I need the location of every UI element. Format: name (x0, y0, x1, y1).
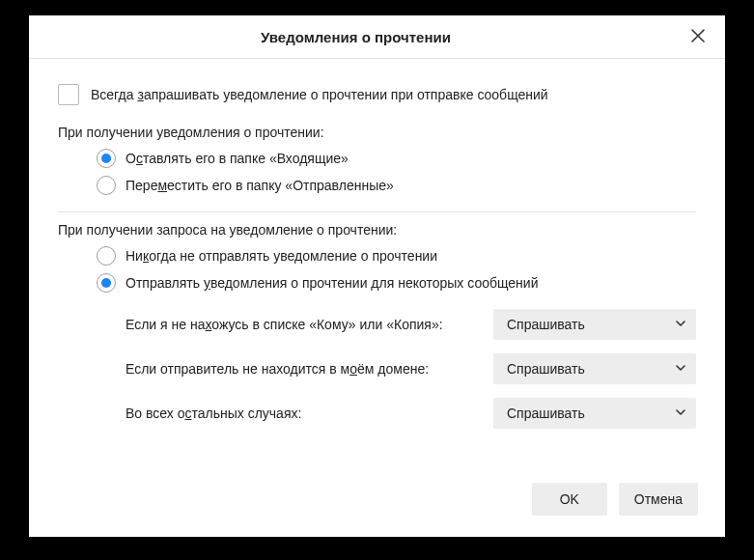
move-to-sent-radio[interactable] (97, 176, 116, 195)
if-sender-not-in-domain-label: Если отправитель не находится в моём дом… (126, 361, 493, 377)
if-not-in-to-cc-dropdown[interactable]: Спрашивать (493, 309, 696, 340)
if-sender-not-in-domain-dropdown[interactable]: Спрашивать (493, 353, 696, 384)
dialog-content: Всегда запрашивать уведомление о прочтен… (29, 59, 725, 465)
dialog-title: Уведомления о прочтении (29, 29, 683, 45)
on-receipt-request-heading: При получении запроса на уведомление о п… (58, 222, 696, 238)
never-send-label: Никогда не отправлять уведомление о проч… (126, 248, 437, 264)
dialog-footer: OK Отмена (29, 465, 725, 537)
all-other-cases-dropdown[interactable]: Спрашивать (493, 398, 696, 429)
send-some-label: Отправлять уведомления о прочтении для н… (126, 275, 539, 291)
never-send-radio[interactable] (97, 246, 116, 266)
ok-button[interactable]: OK (532, 483, 607, 516)
always-request-label: Всегда запрашивать уведомление о прочтен… (91, 87, 548, 102)
if-sender-not-in-domain-value: Спрашивать (507, 361, 585, 377)
conditional-options-grid: Если я не нахожусь в списке «Кому» или «… (58, 309, 696, 429)
close-icon (691, 29, 705, 45)
move-to-sent-label: Переместить его в папку «Отправленные» (126, 178, 394, 193)
if-not-in-to-cc-label: Если я не нахожусь в списке «Кому» или «… (126, 317, 493, 332)
always-request-checkbox[interactable] (58, 84, 79, 105)
leave-in-inbox-radio[interactable] (97, 149, 116, 168)
on-receipt-notification-heading: При получении уведомления о прочтении: (58, 125, 696, 140)
if-not-in-to-cc-value: Спрашивать (507, 317, 585, 332)
chevron-down-icon (675, 317, 686, 332)
move-to-sent-row[interactable]: Переместить его в папку «Отправленные» (58, 173, 696, 198)
all-other-cases-label: Во всех остальных случаях: (126, 406, 493, 421)
ok-button-label: OK (560, 491, 579, 507)
leave-in-inbox-row[interactable]: Оставлять его в папке «Входящие» (58, 146, 696, 171)
titlebar: Уведомления о прочтении (29, 15, 725, 59)
leave-in-inbox-label: Оставлять его в папке «Входящие» (126, 151, 349, 166)
read-receipts-dialog: Уведомления о прочтении Всегда запрашива… (29, 15, 725, 537)
all-other-cases-value: Спрашивать (507, 406, 585, 421)
close-button[interactable] (683, 21, 713, 52)
chevron-down-icon (675, 361, 686, 377)
never-send-row[interactable]: Никогда не отправлять уведомление о проч… (58, 243, 696, 268)
cancel-button[interactable]: Отмена (619, 483, 698, 516)
send-some-row[interactable]: Отправлять уведомления о прочтении для н… (58, 270, 696, 295)
section-divider (58, 211, 696, 212)
send-some-radio[interactable] (97, 273, 116, 293)
always-request-row[interactable]: Всегда запрашивать уведомление о прочтен… (58, 82, 696, 107)
chevron-down-icon (675, 406, 686, 421)
cancel-button-label: Отмена (634, 491, 683, 507)
